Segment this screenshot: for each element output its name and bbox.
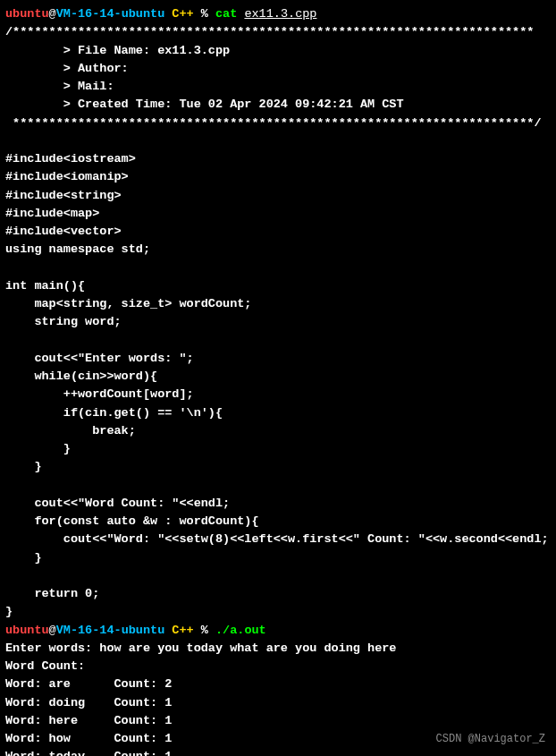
prompt-host: VM-16-14-ubuntu	[56, 7, 165, 21]
prompt-at: @	[49, 624, 56, 637]
output-line: Word Count:	[5, 658, 551, 675]
file-header-bottom: ****************************************…	[5, 115, 551, 132]
prompt-user: ubuntu	[5, 7, 49, 21]
source-line: ++wordCount[word];	[5, 386, 551, 403]
output-line: Word: doing Count: 1	[5, 694, 551, 712]
source-line: }	[5, 458, 551, 476]
shell-prompt-2: ubuntu@VM-16-14-ubuntu C++ % ./a.out	[5, 622, 551, 640]
output-line: Enter words: how are you today what are …	[5, 640, 551, 658]
source-line: #include<iomanip>	[5, 168, 551, 186]
source-line	[5, 332, 551, 350]
source-line: #include<map>	[5, 205, 551, 223]
output-line: Word: are Count: 2	[5, 675, 551, 693]
prompt-percent: %	[201, 7, 208, 21]
source-line: cout<<"Enter words: ";	[5, 350, 551, 368]
shell-prompt-1: ubuntu@VM-16-14-ubuntu C++ % cat ex11.3.…	[5, 5, 551, 23]
prompt-dir: C++	[172, 624, 193, 637]
command-run: ./a.out	[215, 624, 266, 637]
source-line: break;	[5, 422, 551, 440]
source-line: }	[5, 603, 551, 621]
output-line: Word: today Count: 1	[5, 748, 551, 756]
source-line	[5, 132, 551, 150]
source-line: #include<string>	[5, 187, 551, 205]
source-line	[5, 567, 551, 585]
source-line: map<string, size_t> wordCount;	[5, 295, 551, 313]
file-header-author: > Author:	[5, 60, 551, 78]
prompt-percent: %	[201, 624, 208, 637]
prompt-at: @	[49, 7, 56, 21]
source-line	[5, 477, 551, 495]
source-line: }	[5, 440, 551, 458]
source-line: for(const auto &w : wordCount){	[5, 513, 551, 531]
prompt-host: VM-16-14-ubuntu	[56, 624, 165, 637]
file-header-top: /***************************************…	[5, 23, 551, 41]
file-header-filename: > File Name: ex11.3.cpp	[5, 42, 551, 60]
source-line: return 0;	[5, 585, 551, 603]
source-line: using namespace std;	[5, 241, 551, 259]
source-line: if(cin.get() == '\n'){	[5, 404, 551, 422]
source-line: while(cin>>word){	[5, 368, 551, 386]
source-line: cout<<"Word Count: "<<endl;	[5, 495, 551, 513]
source-line: #include<vector>	[5, 223, 551, 241]
output-line: Word: here Count: 1	[5, 712, 551, 730]
source-line: }	[5, 549, 551, 567]
watermark: CSDN @Navigator_Z	[436, 731, 545, 747]
source-line: #include<iostream>	[5, 150, 551, 168]
command-arg-filename: ex11.3.cpp	[244, 7, 316, 21]
prompt-dir: C++	[172, 7, 193, 21]
source-code-block: #include<iostream>#include<iomanip>#incl…	[5, 132, 551, 622]
prompt-user: ubuntu	[5, 624, 49, 637]
command-cat: cat	[215, 7, 237, 21]
source-line: string word;	[5, 313, 551, 331]
source-line: cout<<"Word: "<<setw(8)<<left<<w.first<<…	[5, 531, 551, 548]
source-line	[5, 259, 551, 277]
source-line: int main(){	[5, 277, 551, 295]
file-header-mail: > Mail:	[5, 78, 551, 96]
file-header-created: > Created Time: Tue 02 Apr 2024 09:42:21…	[5, 96, 551, 114]
